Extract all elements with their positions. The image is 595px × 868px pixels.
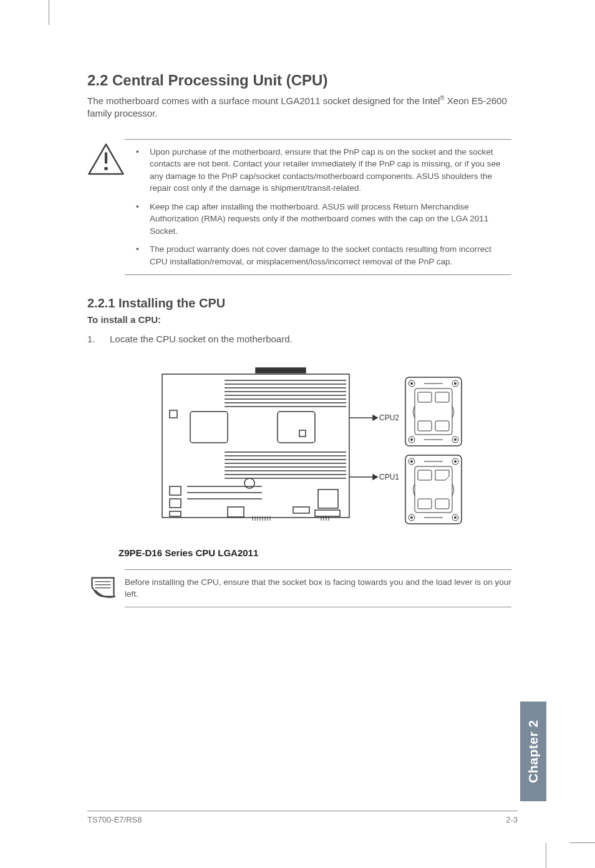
warning-text: Keep the cap after installing the mother…: [150, 201, 511, 238]
intro-paragraph: The motherboard comes with a surface mou…: [87, 94, 511, 120]
warning-icon: [87, 139, 125, 178]
warning-item: The product warranty does not cover dama…: [125, 243, 511, 268]
svg-rect-31: [318, 489, 338, 508]
info-block: Before installing the CPU, ensure that t…: [87, 569, 511, 609]
svg-point-80: [410, 516, 413, 519]
svg-rect-0: [105, 152, 107, 164]
motherboard-diagram: CPU2 CPU1: [87, 355, 511, 558]
page-footer: TS700-E7/RS8 2-3: [87, 811, 518, 824]
svg-point-64: [454, 382, 457, 385]
svg-rect-67: [405, 455, 462, 524]
svg-point-66: [454, 438, 457, 441]
step-number: 1.: [87, 334, 110, 344]
svg-rect-74: [418, 499, 432, 509]
svg-rect-34: [299, 430, 306, 436]
svg-rect-29: [228, 507, 244, 517]
intro-sup: ®: [440, 95, 444, 102]
intro-text-pre: The motherboard comes with a surface mou…: [87, 95, 440, 106]
warning-list: Upon purchase of the motherboard, ensure…: [125, 139, 511, 275]
svg-rect-11: [256, 368, 306, 373]
svg-rect-73: [418, 470, 432, 480]
notepad-icon: [87, 569, 125, 609]
diagram-title: Z9PE-D16 Series CPU LGA2011: [119, 547, 511, 558]
warning-text: Upon purchase of the motherboard, ensure…: [150, 146, 511, 195]
step-text: Locate the CPU socket on the motherboard…: [110, 334, 293, 344]
svg-point-78: [410, 460, 413, 463]
svg-rect-32: [315, 510, 340, 516]
cpu2-label: CPU2: [379, 413, 399, 422]
svg-rect-75: [435, 499, 449, 509]
svg-rect-60: [435, 421, 449, 431]
subsection-heading: 2.2.1 Installing the CPU: [87, 296, 511, 311]
svg-marker-48: [373, 415, 377, 420]
svg-rect-58: [435, 392, 449, 402]
page-content: 2.2 Central Processing Unit (CPU) The mo…: [87, 72, 511, 614]
warning-item: Upon purchase of the motherboard, ensure…: [125, 146, 511, 195]
svg-rect-26: [170, 499, 181, 508]
svg-rect-72: [415, 466, 452, 513]
chapter-tab-label: Chapter 2: [526, 720, 541, 783]
svg-rect-59: [418, 421, 432, 431]
svg-point-63: [410, 382, 413, 385]
svg-point-65: [410, 438, 413, 441]
info-text: Before installing the CPU, ensure that t…: [125, 569, 511, 607]
svg-rect-27: [170, 511, 181, 516]
chapter-tab: Chapter 2: [520, 702, 546, 801]
svg-rect-12: [190, 412, 228, 443]
svg-point-79: [454, 460, 457, 463]
install-step: 1. Locate the CPU socket on the motherbo…: [87, 334, 511, 344]
cpu1-label: CPU1: [379, 473, 399, 481]
svg-rect-13: [278, 412, 315, 443]
section-heading: 2.2 Central Processing Unit (CPU): [87, 72, 511, 89]
svg-rect-28: [170, 410, 177, 418]
svg-point-1: [104, 166, 108, 170]
warning-text: The product warranty does not cover dama…: [150, 243, 511, 268]
install-lead: To install a CPU:: [87, 314, 511, 325]
warning-item: Keep the cap after installing the mother…: [125, 201, 511, 238]
svg-point-81: [454, 516, 457, 519]
footer-page-number: 2-3: [506, 815, 518, 824]
svg-rect-56: [415, 388, 452, 435]
svg-rect-57: [418, 392, 432, 402]
svg-marker-50: [373, 475, 377, 480]
svg-rect-51: [405, 377, 462, 446]
warning-block: Upon purchase of the motherboard, ensure…: [87, 139, 511, 275]
svg-rect-30: [293, 507, 309, 513]
footer-model: TS700-E7/RS8: [87, 815, 142, 824]
svg-rect-25: [170, 486, 181, 495]
